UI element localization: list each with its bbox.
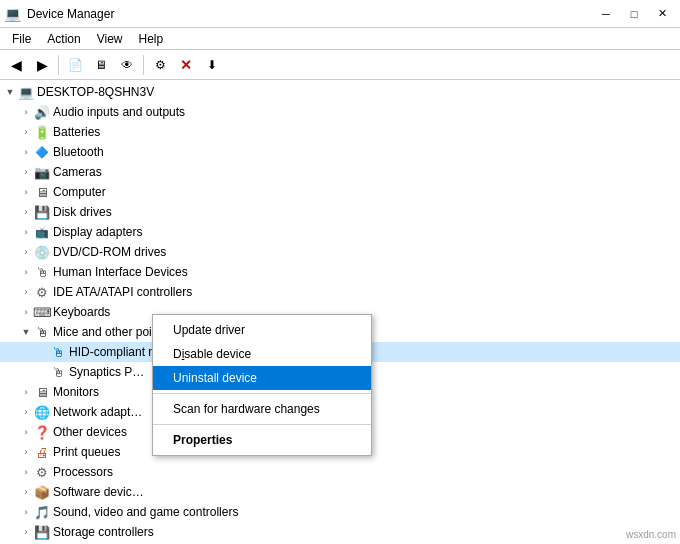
menu-view[interactable]: View — [89, 30, 131, 48]
expand-computer[interactable]: › — [18, 184, 34, 200]
icon-hid: 🖱 — [34, 264, 50, 280]
expand-hid[interactable]: › — [18, 264, 34, 280]
expand-batteries[interactable]: › — [18, 124, 34, 140]
label-root: DESKTOP-8QSHN3V — [37, 85, 154, 99]
menu-help[interactable]: Help — [131, 30, 172, 48]
label-monitors: Monitors — [53, 385, 99, 399]
label-dvd: DVD/CD-ROM drives — [53, 245, 166, 259]
expand-bluetooth[interactable]: › — [18, 144, 34, 160]
label-print: Print queues — [53, 445, 120, 459]
ctx-uninstall-device[interactable]: Uninstall device — [153, 366, 371, 390]
watermark: wsxdn.com — [626, 529, 676, 540]
icon-network: 🌐 — [34, 404, 50, 420]
expand-cameras[interactable]: › — [18, 164, 34, 180]
tree-item-hid[interactable]: › 🖱 Human Interface Devices — [0, 262, 680, 282]
icon-ide: ⚙ — [34, 284, 50, 300]
back-button[interactable]: ◀ — [4, 53, 28, 77]
ctx-disable-device[interactable]: Disable device — [153, 342, 371, 366]
title-bar: 💻 Device Manager ─ □ ✕ — [0, 0, 680, 28]
label-display: Display adapters — [53, 225, 142, 239]
expand-network[interactable]: › — [18, 404, 34, 420]
label-ide: IDE ATA/ATAPI controllers — [53, 285, 192, 299]
label-software: Software devic… — [53, 485, 144, 499]
device-manager-button[interactable]: 🖥 — [89, 53, 113, 77]
expand-software[interactable]: › — [18, 484, 34, 500]
app-icon: 💻 — [4, 6, 21, 22]
expand-sound[interactable]: › — [18, 504, 34, 520]
close-button[interactable]: ✕ — [648, 0, 676, 28]
tree-item-storage[interactable]: › 💾 Storage controllers — [0, 522, 680, 542]
context-menu: Update driver Disable device Uninstall d… — [152, 314, 372, 456]
remove-button[interactable]: ✕ — [174, 53, 198, 77]
tree-item-sound[interactable]: › 🎵 Sound, video and game controllers — [0, 502, 680, 522]
tree-item-audio[interactable]: › 🔊 Audio inputs and outputs — [0, 102, 680, 122]
app-title: Device Manager — [27, 7, 114, 21]
toolbar: ◀ ▶ 📄 🖥 👁 ⚙ ✕ ⬇ — [0, 50, 680, 80]
label-synaptics: Synaptics P… — [69, 365, 144, 379]
icon-hid-mouse: 🖱 — [50, 344, 66, 360]
update-button[interactable]: ⬇ — [200, 53, 224, 77]
expand-monitors[interactable]: › — [18, 384, 34, 400]
tree-item-batteries[interactable]: › 🔋 Batteries — [0, 122, 680, 142]
menu-file[interactable]: File — [4, 30, 39, 48]
icon-proc: ⚙ — [34, 464, 50, 480]
show-hidden-button[interactable]: 👁 — [115, 53, 139, 77]
expand-print[interactable]: › — [18, 444, 34, 460]
tree-item-diskdrives[interactable]: › 💾 Disk drives — [0, 202, 680, 222]
tree-item-bluetooth[interactable]: › 🔷 Bluetooth — [0, 142, 680, 162]
label-batteries: Batteries — [53, 125, 100, 139]
label-network: Network adapt… — [53, 405, 142, 419]
window-controls: ─ □ ✕ — [592, 0, 676, 28]
tree-item-display[interactable]: › 📺 Display adapters — [0, 222, 680, 242]
expand-synaptics — [34, 364, 50, 380]
expand-ide[interactable]: › — [18, 284, 34, 300]
icon-print: 🖨 — [34, 444, 50, 460]
icon-batteries: 🔋 — [34, 124, 50, 140]
icon-software: 📦 — [34, 484, 50, 500]
ctx-disable-label: Disable device — [173, 347, 251, 361]
tree-item-proc[interactable]: › ⚙ Processors — [0, 462, 680, 482]
tree-item-ide[interactable]: › ⚙ IDE ATA/ATAPI controllers — [0, 282, 680, 302]
icon-dvd: 💿 — [34, 244, 50, 260]
main-content: ▼ 💻 DESKTOP-8QSHN3V › 🔊 Audio inputs and… — [0, 80, 680, 544]
ctx-update-driver[interactable]: Update driver — [153, 318, 371, 342]
tree-item-root[interactable]: ▼ 💻 DESKTOP-8QSHN3V — [0, 82, 680, 102]
icon-storage: 💾 — [34, 524, 50, 540]
expand-storage[interactable]: › — [18, 524, 34, 540]
icon-mice: 🖱 — [34, 324, 50, 340]
menu-action[interactable]: Action — [39, 30, 88, 48]
ctx-sep-1 — [153, 393, 371, 394]
expand-audio[interactable]: › — [18, 104, 34, 120]
tree-item-computer[interactable]: › 🖥 Computer — [0, 182, 680, 202]
properties-button[interactable]: 📄 — [63, 53, 87, 77]
ctx-scan-hardware[interactable]: Scan for hardware changes — [153, 397, 371, 421]
expand-dvd[interactable]: › — [18, 244, 34, 260]
expand-other[interactable]: › — [18, 424, 34, 440]
label-computer: Computer — [53, 185, 106, 199]
label-hid: Human Interface Devices — [53, 265, 188, 279]
icon-computer-item: 🖥 — [34, 184, 50, 200]
expand-root[interactable]: ▼ — [2, 84, 18, 100]
expand-proc[interactable]: › — [18, 464, 34, 480]
device-tree[interactable]: ▼ 💻 DESKTOP-8QSHN3V › 🔊 Audio inputs and… — [0, 80, 680, 544]
label-sound: Sound, video and game controllers — [53, 505, 238, 519]
ctx-properties[interactable]: Properties — [153, 428, 371, 452]
label-diskdrives: Disk drives — [53, 205, 112, 219]
expand-mice[interactable]: ▼ — [18, 324, 34, 340]
expand-display[interactable]: › — [18, 224, 34, 240]
label-proc: Processors — [53, 465, 113, 479]
forward-button[interactable]: ▶ — [30, 53, 54, 77]
maximize-button[interactable]: □ — [620, 0, 648, 28]
icon-cameras: 📷 — [34, 164, 50, 180]
menu-bar: File Action View Help — [0, 28, 680, 50]
scan-button[interactable]: ⚙ — [148, 53, 172, 77]
expand-diskdrives[interactable]: › — [18, 204, 34, 220]
tree-item-cameras[interactable]: › 📷 Cameras — [0, 162, 680, 182]
icon-computer: 💻 — [18, 84, 34, 100]
ctx-sep-2 — [153, 424, 371, 425]
tree-item-software[interactable]: › 📦 Software devic… — [0, 482, 680, 502]
tree-item-dvd[interactable]: › 💿 DVD/CD-ROM drives — [0, 242, 680, 262]
icon-other: ❓ — [34, 424, 50, 440]
minimize-button[interactable]: ─ — [592, 0, 620, 28]
icon-display: 📺 — [34, 224, 50, 240]
